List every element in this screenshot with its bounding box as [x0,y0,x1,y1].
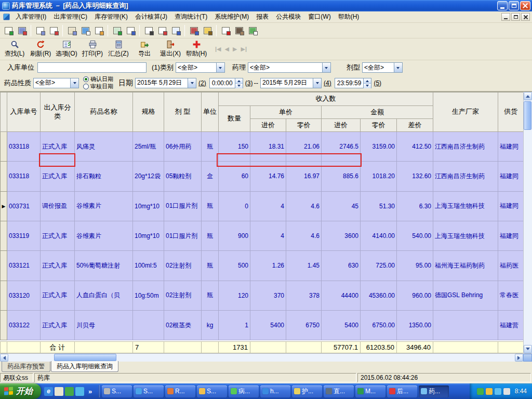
grid-table-icon[interactable] [124,24,137,37]
taskbar-task[interactable]: 药... [419,385,449,397]
cell-form[interactable]: 02注射剂 [164,251,202,281]
cell-amt_in[interactable]: 45 [322,191,361,221]
antivirus-tray-icon[interactable] [477,388,484,395]
cell-spec[interactable]: 25ml/瓶 [133,132,164,162]
col-header-purchase-amount[interactable]: 进价 [322,119,361,132]
cell-amt_out[interactable]: 3159.00 [361,132,397,162]
cell-amt_diff[interactable]: 412.50 [397,132,433,162]
cell-type[interactable]: 正式入库 [41,281,75,310]
volume-tray-icon[interactable] [503,388,510,395]
col-header-order-no[interactable]: 入库单号 [7,92,41,132]
cell-name[interactable]: 谷维素片 [75,221,133,250]
im-tray-icon[interactable] [486,388,493,395]
cell-price_in[interactable]: 18.31 [250,132,286,162]
table-row[interactable]: 033122正式入库川贝母02根茎类kg15400675054006750.00… [1,310,524,340]
chevron-down-icon[interactable] [322,63,330,72]
horizontal-scroll-thumb[interactable] [54,354,116,361]
save-edit-icon[interactable] [16,24,28,37]
table-row[interactable]: 033120正式入库人血白蛋白（贝10g:50m02注射剂瓶1203703784… [1,281,524,310]
cell-price_in[interactable]: 14.76 [250,162,286,191]
cell-supplier[interactable]: 福建同 [498,162,524,191]
books-icon[interactable] [188,24,200,37]
cell-amt_out[interactable]: 4140.00 [361,221,397,250]
cell-name[interactable]: 排石颗粒 [75,162,133,191]
cell-form[interactable]: 02根茎类 [164,310,202,340]
cell-amt_in[interactable]: 44400 [322,281,361,310]
cell-maker[interactable]: 江西南昌济生制药 [433,162,498,191]
cell-amt_diff[interactable]: 1350.00 [397,310,433,340]
col-header-purchase-price[interactable]: 进价 [250,119,286,132]
col-header-retail-amount[interactable]: 零价 [361,119,397,132]
col-header-qty[interactable]: 数量 [219,106,250,132]
cell-price_in[interactable]: 4 [250,221,286,250]
cell-price_out[interactable]: 4.6 [286,191,322,221]
cell-form[interactable]: 01口服片剂 [164,191,202,221]
chevron-down-icon[interactable] [70,78,78,88]
cell-no[interactable]: 033120 [7,281,41,310]
cell-price_out[interactable]: 1.45 [286,251,322,281]
cell-unit[interactable]: 瓶 [202,251,219,281]
menu-item[interactable]: 库存管理(K) [91,11,131,23]
cell-maker[interactable]: 江西南昌济生制药 [433,132,498,162]
cell-type[interactable]: 正式入库 [41,310,75,340]
taskbar-task[interactable]: S... [197,385,227,397]
cell-unit[interactable]: 盒 [202,162,219,191]
cell-type[interactable]: 正式入库 [41,251,75,281]
scroll-right-button[interactable] [515,354,523,362]
close-button[interactable] [520,1,530,10]
col-header-dosage-form[interactable]: 剂 型 [164,92,202,132]
export-button[interactable]: 导出 [132,39,157,59]
cell-amt_diff[interactable]: 95.00 [397,251,433,281]
media-player-icon[interactable] [65,387,74,396]
cell-amt_out[interactable]: 725.00 [361,251,397,281]
cell-form[interactable]: 06外用药 [164,132,202,162]
expand-chevron-icon[interactable]: » [86,387,95,396]
cell-unit[interactable]: kg [202,310,219,340]
date-to-combo[interactable]: 2015年 5月29日 [260,78,322,88]
cell-name[interactable]: 50%葡萄糖注射 [75,251,133,281]
print-button[interactable]: 打印(P) [80,39,105,59]
cell-unit[interactable]: 瓶 [202,132,219,162]
menu-item[interactable]: 报表 [252,11,272,23]
spin-down-icon[interactable] [235,83,243,88]
cell-amt_diff[interactable]: 540.00 [397,221,433,250]
cell-spec[interactable]: 10mg*10 [133,221,164,250]
cell-unit[interactable]: 瓶 [202,281,219,310]
cell-supplier[interactable]: 福建同 [498,221,524,250]
menu-item[interactable]: 入库管理(I) [12,11,50,23]
mdi-restore-button[interactable] [511,13,520,21]
help-button[interactable]: 帮助(H) [184,39,209,59]
scroll-down-button[interactable] [524,345,532,353]
taskbar-clock[interactable]: 8:44 [515,388,527,395]
cell-maker[interactable]: 上海玉瑞生物科技 [433,221,498,250]
cell-qty[interactable]: 900 [219,221,250,250]
stamp-icon[interactable] [201,24,214,37]
cell-amt_diff[interactable]: 132.60 [397,162,433,191]
chart-doc-icon[interactable] [156,24,168,37]
cell-price_in[interactable]: 5400 [250,310,286,340]
taskbar-task[interactable]: R... [165,385,195,397]
package-icon[interactable] [233,24,245,37]
col-header-spec[interactable]: 规格 [133,92,164,132]
cell-price_out[interactable]: 16.97 [286,162,322,191]
cell-price_in[interactable]: 4 [250,191,286,221]
cell-no[interactable]: 033121 [7,251,41,281]
cell-spec[interactable]: 20g*12袋 [133,162,164,191]
leibie-combo[interactable]: <全部> [176,62,225,73]
cell-price_in[interactable]: 1.26 [250,251,286,281]
ie-icon[interactable]: e [44,387,53,396]
exit-button[interactable]: 退出(X) [158,39,183,59]
col-header-manufacturer[interactable]: 生产厂家 [433,92,498,132]
cell-supplier[interactable]: 福药医 [498,251,524,281]
cell-amt_out[interactable]: 51.30 [361,191,397,221]
taskbar-task[interactable]: S... [102,385,132,397]
cell-amt_out[interactable]: 45360.00 [361,281,397,310]
vertical-scroll-thumb[interactable] [524,101,531,130]
scroll-left-button[interactable] [0,354,8,362]
cell-no[interactable]: 033119 [7,221,41,250]
table-row[interactable]: 033118正式入库风痛灵25ml/瓶06外用药瓶15018.3121.0627… [1,132,524,162]
cell-no[interactable]: 033118 [7,132,41,162]
cell-type[interactable]: 正式入库 [41,162,75,191]
cell-supplier[interactable]: 常春医 [498,281,524,310]
tab-inactive[interactable]: 药品库存预警 [2,362,50,372]
